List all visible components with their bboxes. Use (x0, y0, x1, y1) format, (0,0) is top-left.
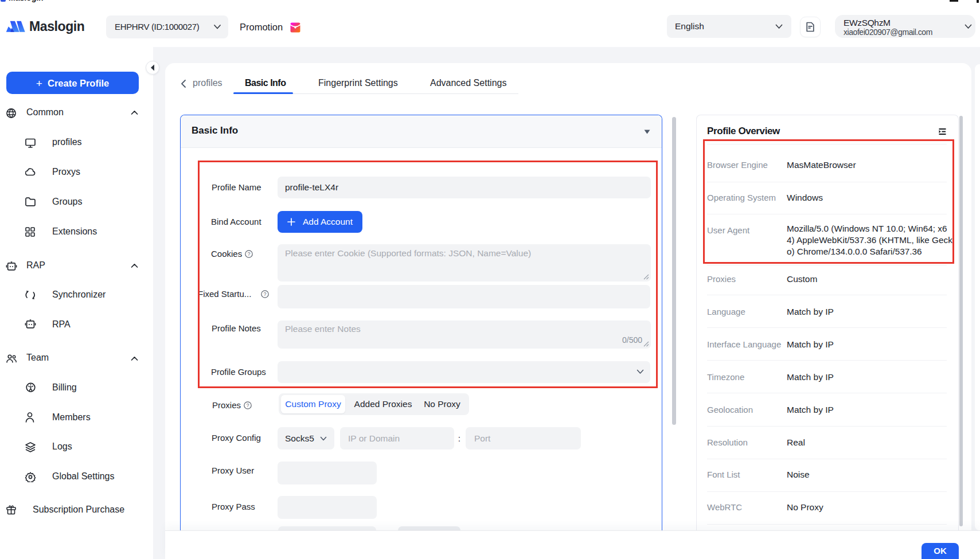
svg-text:?: ? (246, 402, 249, 408)
